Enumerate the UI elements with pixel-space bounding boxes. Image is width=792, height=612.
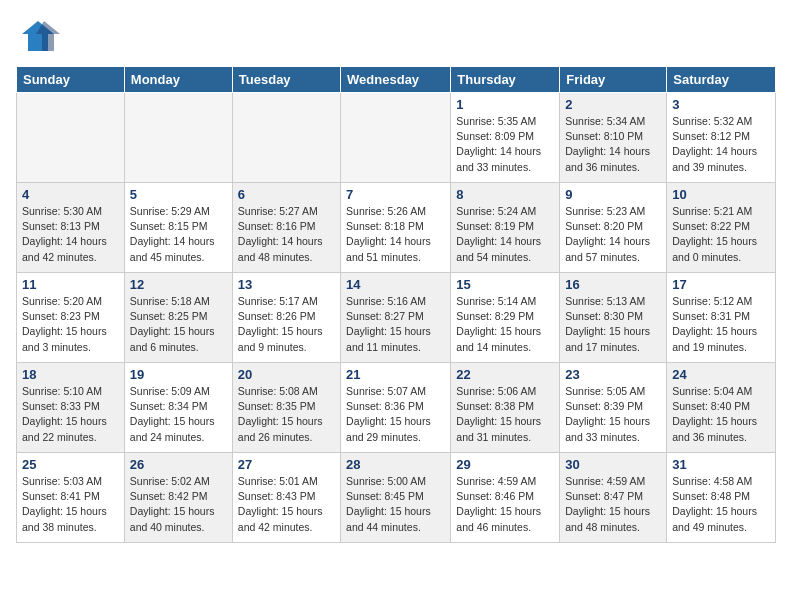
day-number: 3 (672, 97, 770, 112)
day-info: Sunrise: 5:29 AM Sunset: 8:15 PM Dayligh… (130, 204, 227, 265)
day-number: 15 (456, 277, 554, 292)
calendar-day-cell: 27Sunrise: 5:01 AM Sunset: 8:43 PM Dayli… (232, 453, 340, 543)
day-info: Sunrise: 5:10 AM Sunset: 8:33 PM Dayligh… (22, 384, 119, 445)
calendar-day-cell: 9Sunrise: 5:23 AM Sunset: 8:20 PM Daylig… (560, 183, 667, 273)
day-number: 11 (22, 277, 119, 292)
day-number: 14 (346, 277, 445, 292)
weekday-header-tuesday: Tuesday (232, 67, 340, 93)
weekday-header-saturday: Saturday (667, 67, 776, 93)
day-info: Sunrise: 5:26 AM Sunset: 8:18 PM Dayligh… (346, 204, 445, 265)
calendar-day-cell: 30Sunrise: 4:59 AM Sunset: 8:47 PM Dayli… (560, 453, 667, 543)
calendar-week-row: 4Sunrise: 5:30 AM Sunset: 8:13 PM Daylig… (17, 183, 776, 273)
calendar-week-row: 25Sunrise: 5:03 AM Sunset: 8:41 PM Dayli… (17, 453, 776, 543)
calendar-day-cell: 13Sunrise: 5:17 AM Sunset: 8:26 PM Dayli… (232, 273, 340, 363)
day-number: 25 (22, 457, 119, 472)
day-number: 8 (456, 187, 554, 202)
calendar-day-cell: 19Sunrise: 5:09 AM Sunset: 8:34 PM Dayli… (124, 363, 232, 453)
weekday-header-sunday: Sunday (17, 67, 125, 93)
calendar-day-cell: 15Sunrise: 5:14 AM Sunset: 8:29 PM Dayli… (451, 273, 560, 363)
day-info: Sunrise: 5:30 AM Sunset: 8:13 PM Dayligh… (22, 204, 119, 265)
day-number: 26 (130, 457, 227, 472)
day-number: 9 (565, 187, 661, 202)
day-info: Sunrise: 5:12 AM Sunset: 8:31 PM Dayligh… (672, 294, 770, 355)
day-number: 22 (456, 367, 554, 382)
day-info: Sunrise: 4:59 AM Sunset: 8:47 PM Dayligh… (565, 474, 661, 535)
day-info: Sunrise: 5:16 AM Sunset: 8:27 PM Dayligh… (346, 294, 445, 355)
day-number: 5 (130, 187, 227, 202)
calendar-week-row: 11Sunrise: 5:20 AM Sunset: 8:23 PM Dayli… (17, 273, 776, 363)
calendar-day-cell: 11Sunrise: 5:20 AM Sunset: 8:23 PM Dayli… (17, 273, 125, 363)
calendar-day-cell: 16Sunrise: 5:13 AM Sunset: 8:30 PM Dayli… (560, 273, 667, 363)
day-number: 18 (22, 367, 119, 382)
calendar-table: SundayMondayTuesdayWednesdayThursdayFrid… (16, 66, 776, 543)
calendar-day-cell: 23Sunrise: 5:05 AM Sunset: 8:39 PM Dayli… (560, 363, 667, 453)
calendar-week-row: 18Sunrise: 5:10 AM Sunset: 8:33 PM Dayli… (17, 363, 776, 453)
calendar-day-cell: 29Sunrise: 4:59 AM Sunset: 8:46 PM Dayli… (451, 453, 560, 543)
day-info: Sunrise: 5:20 AM Sunset: 8:23 PM Dayligh… (22, 294, 119, 355)
day-number: 27 (238, 457, 335, 472)
day-info: Sunrise: 5:17 AM Sunset: 8:26 PM Dayligh… (238, 294, 335, 355)
day-number: 17 (672, 277, 770, 292)
day-number: 24 (672, 367, 770, 382)
day-info: Sunrise: 5:06 AM Sunset: 8:38 PM Dayligh… (456, 384, 554, 445)
calendar-day-cell: 12Sunrise: 5:18 AM Sunset: 8:25 PM Dayli… (124, 273, 232, 363)
day-info: Sunrise: 5:09 AM Sunset: 8:34 PM Dayligh… (130, 384, 227, 445)
day-info: Sunrise: 5:08 AM Sunset: 8:35 PM Dayligh… (238, 384, 335, 445)
day-info: Sunrise: 5:18 AM Sunset: 8:25 PM Dayligh… (130, 294, 227, 355)
day-info: Sunrise: 5:21 AM Sunset: 8:22 PM Dayligh… (672, 204, 770, 265)
calendar-week-row: 1Sunrise: 5:35 AM Sunset: 8:09 PM Daylig… (17, 93, 776, 183)
calendar-day-cell: 28Sunrise: 5:00 AM Sunset: 8:45 PM Dayli… (341, 453, 451, 543)
day-number: 6 (238, 187, 335, 202)
day-info: Sunrise: 5:05 AM Sunset: 8:39 PM Dayligh… (565, 384, 661, 445)
day-number: 29 (456, 457, 554, 472)
day-info: Sunrise: 5:23 AM Sunset: 8:20 PM Dayligh… (565, 204, 661, 265)
calendar-day-cell: 22Sunrise: 5:06 AM Sunset: 8:38 PM Dayli… (451, 363, 560, 453)
day-info: Sunrise: 5:27 AM Sunset: 8:16 PM Dayligh… (238, 204, 335, 265)
day-number: 21 (346, 367, 445, 382)
calendar-day-cell: 25Sunrise: 5:03 AM Sunset: 8:41 PM Dayli… (17, 453, 125, 543)
day-info: Sunrise: 5:07 AM Sunset: 8:36 PM Dayligh… (346, 384, 445, 445)
day-number: 12 (130, 277, 227, 292)
calendar-day-cell: 17Sunrise: 5:12 AM Sunset: 8:31 PM Dayli… (667, 273, 776, 363)
day-info: Sunrise: 5:32 AM Sunset: 8:12 PM Dayligh… (672, 114, 770, 175)
page-header (16, 16, 776, 56)
calendar-day-cell: 1Sunrise: 5:35 AM Sunset: 8:09 PM Daylig… (451, 93, 560, 183)
day-number: 2 (565, 97, 661, 112)
calendar-day-cell: 14Sunrise: 5:16 AM Sunset: 8:27 PM Dayli… (341, 273, 451, 363)
calendar-day-cell: 8Sunrise: 5:24 AM Sunset: 8:19 PM Daylig… (451, 183, 560, 273)
calendar-day-cell: 10Sunrise: 5:21 AM Sunset: 8:22 PM Dayli… (667, 183, 776, 273)
day-info: Sunrise: 5:14 AM Sunset: 8:29 PM Dayligh… (456, 294, 554, 355)
day-number: 16 (565, 277, 661, 292)
calendar-day-cell: 4Sunrise: 5:30 AM Sunset: 8:13 PM Daylig… (17, 183, 125, 273)
calendar-day-cell: 20Sunrise: 5:08 AM Sunset: 8:35 PM Dayli… (232, 363, 340, 453)
day-info: Sunrise: 5:03 AM Sunset: 8:41 PM Dayligh… (22, 474, 119, 535)
calendar-day-cell (341, 93, 451, 183)
day-number: 13 (238, 277, 335, 292)
day-info: Sunrise: 4:59 AM Sunset: 8:46 PM Dayligh… (456, 474, 554, 535)
day-number: 30 (565, 457, 661, 472)
weekday-header-friday: Friday (560, 67, 667, 93)
day-info: Sunrise: 4:58 AM Sunset: 8:48 PM Dayligh… (672, 474, 770, 535)
day-number: 1 (456, 97, 554, 112)
day-number: 23 (565, 367, 661, 382)
day-number: 10 (672, 187, 770, 202)
day-number: 19 (130, 367, 227, 382)
logo-icon (16, 16, 61, 56)
calendar-day-cell: 26Sunrise: 5:02 AM Sunset: 8:42 PM Dayli… (124, 453, 232, 543)
day-number: 28 (346, 457, 445, 472)
day-info: Sunrise: 5:04 AM Sunset: 8:40 PM Dayligh… (672, 384, 770, 445)
calendar-day-cell (232, 93, 340, 183)
weekday-header-wednesday: Wednesday (341, 67, 451, 93)
calendar-day-cell: 2Sunrise: 5:34 AM Sunset: 8:10 PM Daylig… (560, 93, 667, 183)
day-info: Sunrise: 5:02 AM Sunset: 8:42 PM Dayligh… (130, 474, 227, 535)
calendar-day-cell: 5Sunrise: 5:29 AM Sunset: 8:15 PM Daylig… (124, 183, 232, 273)
weekday-header-thursday: Thursday (451, 67, 560, 93)
day-info: Sunrise: 5:13 AM Sunset: 8:30 PM Dayligh… (565, 294, 661, 355)
calendar-day-cell (124, 93, 232, 183)
calendar-day-cell: 3Sunrise: 5:32 AM Sunset: 8:12 PM Daylig… (667, 93, 776, 183)
calendar-day-cell: 21Sunrise: 5:07 AM Sunset: 8:36 PM Dayli… (341, 363, 451, 453)
day-number: 7 (346, 187, 445, 202)
weekday-header-monday: Monday (124, 67, 232, 93)
calendar-day-cell: 7Sunrise: 5:26 AM Sunset: 8:18 PM Daylig… (341, 183, 451, 273)
calendar-day-cell (17, 93, 125, 183)
